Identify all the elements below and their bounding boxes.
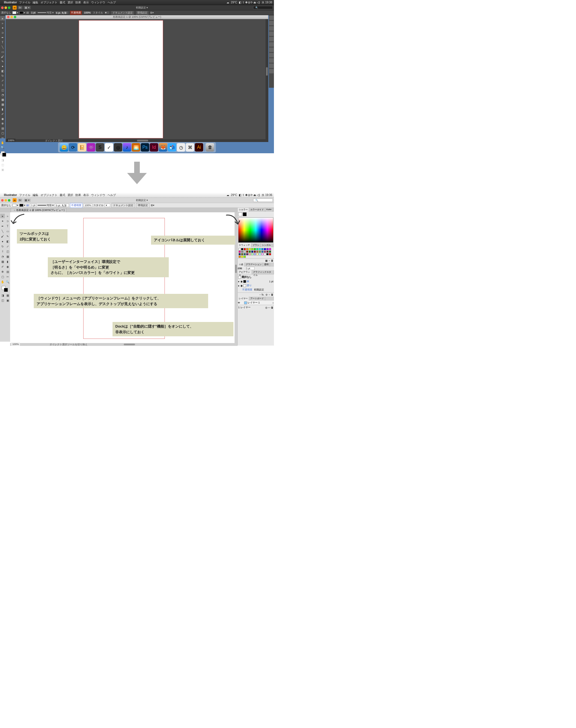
brushes-panel-icon[interactable] [269, 31, 273, 36]
rect-tool-icon[interactable]: ▭ [5, 229, 10, 233]
opacity-input[interactable]: 100% [84, 204, 92, 207]
pen-tool-icon[interactable]: ✒ [0, 224, 5, 228]
dock-itunes-icon[interactable]: ♪ [123, 143, 131, 151]
color-panel-tabs[interactable]: ☆カラー カラーガイド Kuler [238, 208, 274, 212]
swatch[interactable] [249, 251, 251, 253]
swatch[interactable] [264, 248, 266, 250]
toolbox[interactable]: ▸ ▹ ✦ ⊃ ✒ T ╲ ▭ 🖌 ✎ ● ◧ ↻ ⤢ ⫴ ◫ ◔ ▦ ▩ ▮ … [0, 14, 5, 138]
stroke-profile[interactable] [38, 12, 46, 13]
mac-menubar[interactable]: Illustrator ファイル 編集 オブジェクト 書式 選択 効果 表示 ウ… [0, 0, 274, 5]
clear-appearance-icon[interactable]: ⊘ [265, 293, 268, 296]
scale-tool-icon[interactable]: ⤢ [5, 244, 10, 249]
dock-indesign-icon[interactable]: Id [150, 143, 159, 151]
dock-firefox-icon[interactable]: 🦊 [159, 143, 167, 151]
swatch[interactable] [241, 248, 243, 250]
locate-icon[interactable]: ◎ [265, 306, 267, 309]
blend-tool-icon[interactable]: ◉ [5, 264, 10, 269]
opacity-label[interactable]: 不透明度 [70, 203, 82, 208]
bridge-button[interactable]: Br [18, 6, 23, 9]
type-tool-icon[interactable]: T [5, 224, 10, 228]
free-transform-tool-icon[interactable]: ◫ [5, 249, 10, 254]
blend-tool-icon[interactable]: ◉ [0, 116, 5, 121]
slice-tool-icon[interactable]: ✂ [0, 136, 5, 140]
hand-tool-icon[interactable]: ✋ [0, 280, 5, 284]
doc-setup-button[interactable]: ドキュメント設定 [111, 203, 135, 208]
mesh-tool-icon[interactable]: ▩ [0, 259, 5, 264]
lasso-tool-icon[interactable]: ⊃ [0, 30, 5, 35]
screen-mode-icon[interactable]: ▣ [0, 167, 5, 172]
swatch[interactable] [241, 253, 243, 255]
menu-object[interactable]: オブジェクト [40, 193, 57, 197]
width-tool-icon[interactable]: ⫴ [0, 249, 5, 254]
swatch[interactable] [254, 251, 256, 253]
artboard[interactable] [79, 20, 163, 138]
search-field[interactable] [253, 199, 273, 202]
fx-icon[interactable]: fx. [262, 293, 264, 296]
swatch[interactable] [243, 251, 246, 253]
opacity-label[interactable]: 不透明度 [70, 11, 82, 15]
swatches-grid[interactable] [238, 247, 274, 258]
swatch[interactable] [266, 251, 268, 253]
swatch[interactable] [256, 248, 258, 250]
zoom-tool-icon[interactable]: 🔍 [0, 145, 5, 150]
perspective-tool-icon[interactable]: ▦ [0, 97, 5, 102]
swatch[interactable] [238, 256, 241, 258]
swatch[interactable] [264, 251, 266, 253]
swatch[interactable] [269, 251, 271, 253]
layer-name[interactable]: レイヤー 1 [248, 301, 260, 304]
stroke-swatch[interactable] [20, 11, 23, 14]
fill-swatch[interactable] [12, 11, 16, 14]
toolbox-2col[interactable]: ▸▹ ✦⊃ ✒T ╲▭ 🖌✎ ●◧ ↻⤢ ⫴◫ ◔▦ ▩▮ ✐◉ ✻▤ ▢✂ ✋… [0, 212, 10, 342]
vertical-scrollbar[interactable] [235, 212, 237, 343]
close-tab-icon[interactable]: × [14, 209, 15, 212]
horizontal-scrollbar[interactable]: 106% ダイレクト選択 [6, 139, 268, 142]
control-bar[interactable]: 選択なし ▾ ▾ 線 1 pt 均等 ▾ 5 pt. 丸筆 不透明度 100% … [0, 10, 274, 15]
menu-type[interactable]: 書式 [60, 193, 65, 197]
right-panel-expanded[interactable]: ☆カラー カラーガイド Kuler スウォッチ ブラシ シンボル ▦ ▫ 🗑 ☆… [237, 208, 274, 346]
swatch[interactable] [256, 251, 258, 253]
swatch-menu-icon[interactable]: ▦ [265, 259, 268, 262]
tab-appearance[interactable]: アピアランス [238, 270, 252, 274]
pen-tool-icon[interactable]: ✒ [0, 35, 5, 40]
symbols-panel-icon[interactable] [269, 37, 273, 41]
mac-menubar[interactable]: Illustrator ファイル 編集 オブジェクト 書式 選択 効果 表示 ウ… [0, 193, 274, 198]
dock-photoshop-icon[interactable]: Ps [141, 143, 149, 151]
blob-tool-icon[interactable]: ● [0, 239, 5, 243]
swatch[interactable] [261, 251, 263, 253]
right-panel-dock[interactable] [269, 14, 274, 88]
color-guide-panel-icon[interactable] [269, 21, 273, 25]
artboard-tool-icon[interactable]: ▢ [0, 131, 5, 135]
tab-swatches[interactable]: スウォッチ [238, 243, 252, 247]
menu-edit[interactable]: 編集 [33, 1, 38, 4]
swatch[interactable] [269, 253, 271, 255]
width-tool-icon[interactable]: ⫴ [0, 83, 5, 87]
stroke-color-icon[interactable] [2, 153, 6, 156]
mesh-tool-icon[interactable]: ▩ [0, 102, 5, 107]
shape-builder-tool-icon[interactable]: ◔ [0, 254, 5, 259]
stroke-profile[interactable] [38, 205, 46, 206]
new-swatch-icon[interactable]: ▫ [269, 259, 270, 262]
stroke-panel-icon[interactable] [269, 42, 273, 47]
line-tool-icon[interactable]: ╲ [0, 229, 5, 233]
layers-panel-icon[interactable] [269, 69, 273, 74]
workspace-switcher[interactable]: 初期設定 ▾ [136, 6, 148, 9]
stroke-label[interactable]: 線 [26, 204, 29, 207]
direct-select-tool-icon[interactable]: ▹ [0, 21, 5, 25]
align-icon[interactable]: ⊞▾ [150, 11, 154, 14]
brush-select[interactable]: 5 pt. 丸筆 [55, 11, 69, 14]
eraser-tool-icon[interactable]: ◧ [5, 239, 10, 243]
menu-type[interactable]: 書式 [60, 1, 65, 4]
draw-mode-icon[interactable]: ◫ [0, 163, 5, 167]
new-fill-icon[interactable]: ▫ [260, 293, 260, 296]
dock-app-icon[interactable]: 🌅 [132, 143, 140, 151]
rect-tool-icon[interactable]: ▭ [0, 50, 5, 54]
artboard-tool-icon[interactable]: ▢ [0, 274, 5, 279]
swatch[interactable] [261, 253, 263, 255]
macos-dock[interactable]: 😀 ⟳ 📔 👾 S ✓ ◎ ♪ 🌅 Ps Id 🦊 📬 ◷ ⌘ Ai 🗑 [58, 142, 216, 153]
eraser-tool-icon[interactable]: ◧ [0, 68, 5, 73]
illustrator-app-bar[interactable]: Ai Br ▦ ▾ 初期設定 ▾ [0, 198, 274, 203]
menu-effect[interactable]: 効果 [76, 193, 81, 197]
draw-mode-icon[interactable]: ◫ [0, 298, 5, 302]
appearance-opacity[interactable]: 不透明度 [242, 288, 252, 292]
tab-stroke[interactable]: ☆線 [238, 263, 245, 267]
